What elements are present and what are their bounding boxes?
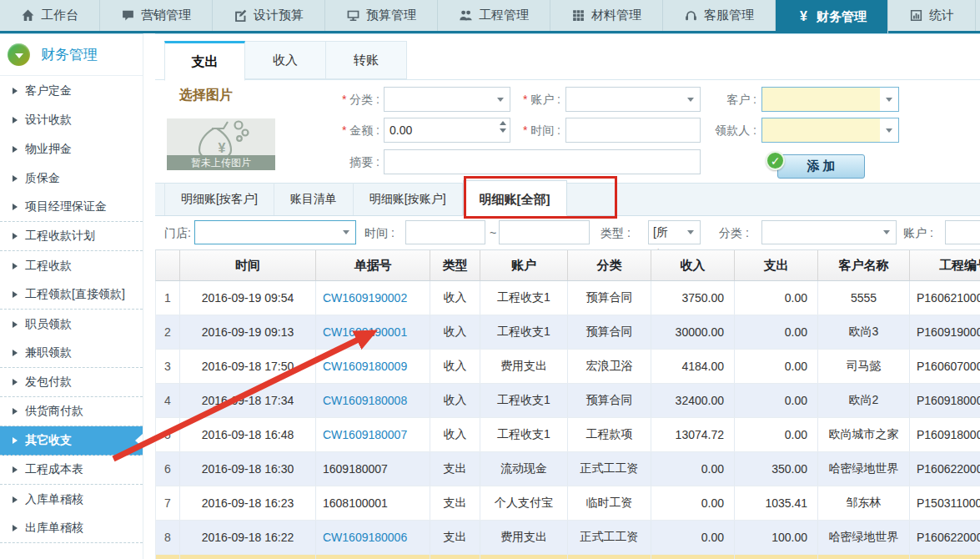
nav-item-label: 预算管理 [366, 8, 416, 23]
account-filter-input[interactable] [945, 220, 980, 244]
document-link[interactable]: CW1609180006 [323, 531, 407, 544]
cell-idx: 1 [156, 281, 180, 315]
customer-select[interactable] [761, 87, 899, 112]
column-header: 账户 [480, 250, 568, 280]
time-to-input[interactable] [499, 220, 590, 244]
sidebar-item[interactable]: 客户定金 [0, 76, 143, 105]
document-link[interactable]: CW1609180009 [323, 360, 407, 373]
subtab[interactable]: 账目清单 [274, 183, 354, 215]
sidebar-item-label: 其它收支 [25, 433, 72, 448]
payee-select[interactable] [761, 118, 899, 143]
table-row-selected[interactable] [155, 555, 980, 559]
document-link[interactable]: CW1609190002 [323, 291, 407, 305]
nav-item-monitor[interactable]: 预算管理 [325, 0, 438, 31]
sidebar-item[interactable]: 项目经理保证金 [0, 193, 143, 222]
sidebar-item-label: 工程领款[直接领款] [25, 287, 125, 302]
type-filter-select[interactable]: [所有] [648, 220, 701, 244]
nav-item-edit[interactable]: 设计预算 [213, 0, 325, 31]
sidebar-item[interactable]: 出库单稽核 [0, 514, 143, 543]
table-row[interactable]: 52016-09-18 16:48CW1609180007收入工程收支1工程款项… [155, 418, 980, 452]
caret-right-icon [13, 233, 18, 239]
table-row[interactable]: 42016-09-18 17:34CW1609180008收入工程收支1预算合同… [155, 384, 980, 418]
cell-account: 个人支付宝 [480, 486, 568, 520]
nav-item-chart[interactable]: 统计 [888, 0, 976, 31]
table-row[interactable]: 12016-09-19 09:54CW1609190002收入工程收支1预算合同… [155, 281, 980, 315]
category-label: 分类 : [296, 87, 379, 112]
sidebar-item[interactable]: 工程成本表 [0, 456, 143, 485]
store-filter-select[interactable] [194, 220, 356, 244]
nav-item-yen[interactable]: ¥ 财务管理 [776, 0, 888, 33]
add-button[interactable]: 添 加 [777, 154, 865, 179]
main-tab[interactable]: 支出 [164, 41, 245, 81]
choose-image-link[interactable]: 选择图片 [179, 87, 233, 104]
nav-item-chat[interactable]: 营销管理 [100, 0, 213, 31]
cell-category: 预算合同 [568, 281, 651, 315]
cell-category: 临时工资 [568, 486, 651, 520]
sidebar-item[interactable]: 工程收款 [0, 251, 143, 280]
sidebar-item-label: 工程收款 [25, 259, 72, 274]
caret-right-icon [13, 437, 18, 444]
monitor-icon [346, 8, 360, 23]
cell-time: 2016-09-18 16:30 [180, 452, 316, 486]
sidebar-item-label: 质保金 [25, 171, 60, 186]
nav-item-headset[interactable]: 客服管理 [663, 0, 776, 31]
nav-item-users[interactable]: 工程管理 [438, 0, 550, 31]
caret-right-icon [13, 117, 18, 123]
document-link[interactable]: CW1609180008 [323, 394, 407, 407]
home-icon [21, 8, 35, 23]
category-filter-select[interactable] [761, 220, 897, 244]
cell-customer: 哈密绿地世界 [818, 521, 910, 554]
sidebar-item-label: 客户定金 [25, 83, 72, 98]
time-label: 时间 : [477, 118, 560, 143]
caret-right-icon [13, 525, 18, 531]
cell-category: 预算合同 [568, 315, 651, 349]
sidebar-item[interactable]: 发包付款 [0, 368, 143, 397]
document-link[interactable]: CW1609180007 [323, 428, 407, 441]
subtab[interactable]: 明细账[全部] [463, 180, 567, 216]
subtab[interactable]: 明细账[按客户] [164, 183, 274, 215]
sidebar-item[interactable]: 入库单稽核 [0, 485, 143, 514]
cell-expense: 0.00 [735, 281, 818, 315]
table-row[interactable]: 22016-09-19 09:13CW1609190001收入工程收支1预算合同… [155, 315, 980, 350]
main-tab[interactable]: 转账 [326, 41, 407, 79]
sidebar-item[interactable]: 物业押金 [0, 134, 143, 164]
cell-type: 支出 [430, 452, 480, 486]
cell-customer: 邹东林 [818, 486, 910, 520]
sidebar-item[interactable]: 工程收款计划 [0, 222, 143, 251]
sidebar-item[interactable]: 职员领款 [0, 310, 143, 339]
nav-item-label: 统计 [929, 8, 954, 23]
sidebar-item[interactable]: 设计收款 [0, 105, 143, 134]
nav-item-home[interactable]: 工作台 [0, 0, 100, 31]
sidebar-item[interactable]: 质保金 [0, 164, 143, 193]
sidebar-item[interactable]: 供货商付款 [0, 397, 143, 426]
caret-right-icon [13, 496, 18, 503]
cell-income: 13074.72 [651, 418, 735, 451]
cell-expense: 1035.41 [735, 486, 818, 520]
column-header: 时间 [180, 250, 316, 280]
nav-item-grid[interactable]: 材料管理 [550, 0, 663, 31]
time-from-input[interactable] [405, 220, 485, 244]
table-row[interactable]: 82016-09-18 16:22CW1609180006支出费用支出正式工工资… [155, 521, 980, 555]
sidebar-title: 财务管理 [41, 45, 98, 64]
sidebar-header[interactable]: 财务管理 [0, 34, 143, 76]
cell-doc: CW1609180007 [316, 418, 430, 451]
subtab[interactable]: 明细账[按账户] [354, 183, 463, 215]
cell-type: 收入 [430, 350, 480, 383]
sidebar-item[interactable]: 兼职领款 [0, 339, 143, 368]
table-row[interactable]: 72016-09-18 16:231608100001支出个人支付宝临时工资0.… [155, 486, 980, 521]
table-header-row: 时间单据号类型账户分类收入支出客户名称工程编号 [155, 249, 980, 281]
time-filter-label: 时间 : [364, 216, 395, 249]
caret-right-icon [13, 175, 18, 182]
summary-input[interactable] [384, 149, 701, 174]
cell-idx: 7 [156, 486, 180, 520]
main-tab[interactable]: 收入 [245, 41, 326, 79]
column-header: 收入 [651, 250, 735, 280]
table-row[interactable]: 32016-09-18 17:50CW1609180009收入费用支出宏浪卫浴4… [155, 350, 980, 384]
table-row[interactable]: 62016-09-18 16:301609180007支出流动现金正式工工资0.… [155, 452, 980, 486]
cell-account: 工程收支1 [480, 418, 568, 451]
type-filter-label: 类型 : [601, 216, 631, 249]
sidebar-item[interactable]: 其它收支 [0, 426, 143, 456]
cell-customer: 欧尚3 [818, 315, 910, 349]
sidebar-item[interactable]: 工程领款[直接领款] [0, 280, 143, 310]
document-link[interactable]: CW1609190001 [323, 325, 407, 339]
